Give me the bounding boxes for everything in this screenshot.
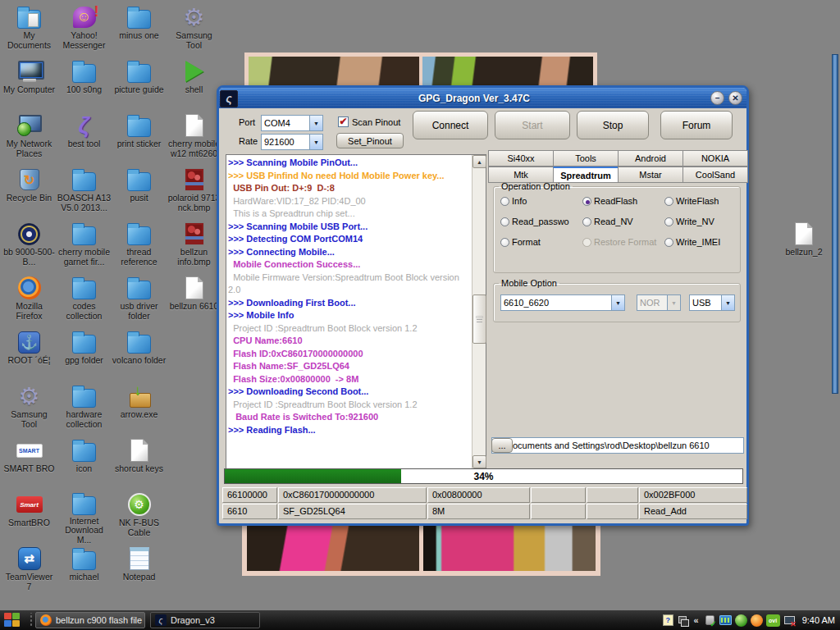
desktop-icon[interactable]: Notepad xyxy=(112,545,167,599)
radio-option[interactable]: Read_passwo xyxy=(500,217,582,226)
desktop-icon-glyph xyxy=(127,118,151,137)
background-photo-bottom xyxy=(242,526,600,576)
desktop-icon[interactable]: usb driver folder xyxy=(112,274,167,328)
tab[interactable]: Tools xyxy=(553,150,619,167)
scrollbar-thumb[interactable] xyxy=(472,294,486,344)
set-pinout-button[interactable]: Set_Pinout xyxy=(336,133,404,148)
desktop-icon[interactable]: ⇄ TeamViewer 7 xyxy=(2,545,57,599)
desktop-icon[interactable]: ⚓ ROOT ´óÉ¦ xyxy=(2,328,57,382)
antivirus-icon[interactable] xyxy=(751,614,763,627)
help-icon[interactable]: ? xyxy=(663,614,673,626)
radio-option[interactable]: Write_NV xyxy=(664,217,740,226)
desktop-icon[interactable] xyxy=(167,545,221,599)
tab[interactable]: NOKIA xyxy=(682,150,748,167)
desktop-icon[interactable]: picture guide xyxy=(112,57,167,112)
desktop-icon[interactable] xyxy=(167,382,221,436)
desktop-icon[interactable]: BOASCH A13 V5.0 2013... xyxy=(57,166,112,220)
action-button[interactable]: Connect xyxy=(413,111,488,139)
desktop-icon[interactable]: bellzun_2 xyxy=(773,220,835,258)
desktop-icon[interactable] xyxy=(167,328,221,382)
desktop-icon[interactable]: minus one xyxy=(112,3,167,57)
scroll-down-icon[interactable]: ▼ xyxy=(472,455,486,468)
action-button[interactable]: Start xyxy=(495,111,570,139)
desktop-icon[interactable]: ⚙ Samsung Tool xyxy=(167,3,221,57)
desktop-icon[interactable]: My Documents xyxy=(2,3,57,57)
radio-option[interactable]: Write_IMEI xyxy=(664,237,740,247)
tab[interactable]: Mstar xyxy=(618,167,683,183)
usb-safely-remove-icon[interactable] xyxy=(704,614,716,627)
radio-option[interactable]: ReadFlash xyxy=(582,196,664,206)
chevron-down-icon[interactable]: ▼ xyxy=(611,295,624,310)
desktop-icon[interactable] xyxy=(167,436,221,491)
radio-option[interactable]: Info xyxy=(500,196,582,206)
close-button[interactable]: ✕ xyxy=(728,91,742,105)
tab[interactable]: Si40xx xyxy=(488,150,554,167)
desktop-icon[interactable] xyxy=(167,491,221,545)
desktop-icon[interactable]: print sticker xyxy=(112,112,167,166)
action-button[interactable]: Stop xyxy=(577,111,649,139)
task-button[interactable]: ς Dragon_v3 xyxy=(150,612,260,628)
chevron-down-icon[interactable]: ▼ xyxy=(309,135,322,149)
minimize-button[interactable]: – xyxy=(710,91,724,105)
desktop-icon[interactable]: 100 s0ng xyxy=(57,57,112,112)
desktop-icon[interactable]: SMART SMART BRO xyxy=(2,436,57,491)
desktop-icon[interactable]: hardware collection xyxy=(57,382,112,436)
desktop-icon[interactable]: codes collection xyxy=(57,274,112,328)
desktop-icon[interactable]: cherry mobile w12 mt6260 xyxy=(167,112,221,166)
rate-combobox[interactable]: 921600 ▼ xyxy=(261,134,323,150)
chevron-down-icon[interactable]: ▼ xyxy=(309,116,322,130)
tab[interactable]: Android xyxy=(618,150,683,167)
desktop-icon[interactable]: Mozilla Firefox xyxy=(2,274,57,328)
desktop-icon[interactable]: My Computer xyxy=(2,57,57,112)
desktop-icon[interactable]: polaroid 9713 nck.bmp xyxy=(167,166,221,220)
tab[interactable]: Spreadtrum xyxy=(553,167,619,183)
desktop-icon[interactable]: ⚙ NK F-BUS Cable xyxy=(112,491,167,545)
task-button[interactable]: bellzun c900 flash file ... xyxy=(35,612,145,628)
file-path-input[interactable]: C:\Documents and Settings\rod\Desktop\be… xyxy=(491,437,744,454)
browse-button[interactable]: ... xyxy=(491,438,513,453)
desktop-icon[interactable]: michael xyxy=(57,545,112,599)
desktop-icon[interactable]: bellzun info.bmp xyxy=(167,220,221,274)
desktop-icon[interactable]: bellzun 6610 xyxy=(167,274,221,328)
desktop-icon[interactable]: shell xyxy=(167,57,221,112)
scan-pinout-checkbox[interactable]: ✔ Scan Pinout xyxy=(338,116,400,127)
desktop-icon[interactable]: Internet Download M... xyxy=(57,491,112,545)
desktop-icon[interactable]: cherry mobile garnet fir... xyxy=(57,220,112,274)
desktop-icon[interactable]: volcano folder xyxy=(112,328,167,382)
tab[interactable]: Mtk xyxy=(488,167,554,183)
desktop-icon[interactable]: thread reference xyxy=(112,220,167,274)
model-combobox[interactable]: 6610_6620 ▼ xyxy=(500,294,625,311)
window-switcher-icon[interactable] xyxy=(677,614,689,627)
desktop-icon[interactable]: bb 9000-500-B... xyxy=(2,220,57,274)
desktop-icon[interactable]: icon xyxy=(57,436,112,491)
desktop-icon[interactable]: My Network Places xyxy=(2,112,57,166)
chevron-down-icon[interactable]: ▼ xyxy=(721,295,734,310)
radio-option[interactable]: Read_NV xyxy=(582,217,664,226)
network-icon[interactable] xyxy=(719,615,732,625)
tray-chevron[interactable]: « xyxy=(692,614,701,627)
desktop-icon[interactable]: Smart SmartBRO xyxy=(2,491,57,545)
desktop-icon[interactable]: ☺ Yahoo! Messenger xyxy=(57,3,112,57)
desktop-icon[interactable]: pusit xyxy=(112,166,167,220)
display-error-icon[interactable] xyxy=(783,614,796,627)
ovi-icon[interactable]: ovi xyxy=(766,614,780,627)
tab[interactable]: CoolSand xyxy=(682,167,748,183)
radio-option[interactable]: WriteFlash xyxy=(664,196,740,206)
radio-option[interactable]: Restore Format xyxy=(582,237,664,247)
title-bar[interactable]: ς GPG_Dragon Ver_3.47C – ✕ xyxy=(219,88,746,108)
idm-icon[interactable] xyxy=(735,614,747,627)
radio-option[interactable]: Format xyxy=(500,237,582,247)
action-button[interactable]: Forum xyxy=(660,111,733,139)
log-scrollbar[interactable]: ▲ ▼ xyxy=(472,155,486,468)
desktop-icon[interactable]: ↻ Recycle Bin xyxy=(2,166,57,220)
desktop-icon[interactable]: ζ best tool xyxy=(57,112,112,166)
usb-combobox[interactable]: USB ▼ xyxy=(689,294,735,311)
desktop-icon[interactable]: shorcut keys xyxy=(112,436,167,491)
port-combobox[interactable]: COM4 ▼ xyxy=(261,115,323,131)
scroll-up-icon[interactable]: ▲ xyxy=(472,155,486,168)
desktop-icon[interactable]: gpg folder xyxy=(57,328,112,382)
desktop-icon[interactable]: ⚙ Samsung Tool xyxy=(2,382,57,436)
desktop-icon[interactable]: arrow.exe xyxy=(112,382,167,436)
start-button[interactable] xyxy=(4,613,22,628)
mobile-option-group: Mobile Option 6610_6620 ▼ NOR ▼ USB ▼ xyxy=(493,278,741,322)
